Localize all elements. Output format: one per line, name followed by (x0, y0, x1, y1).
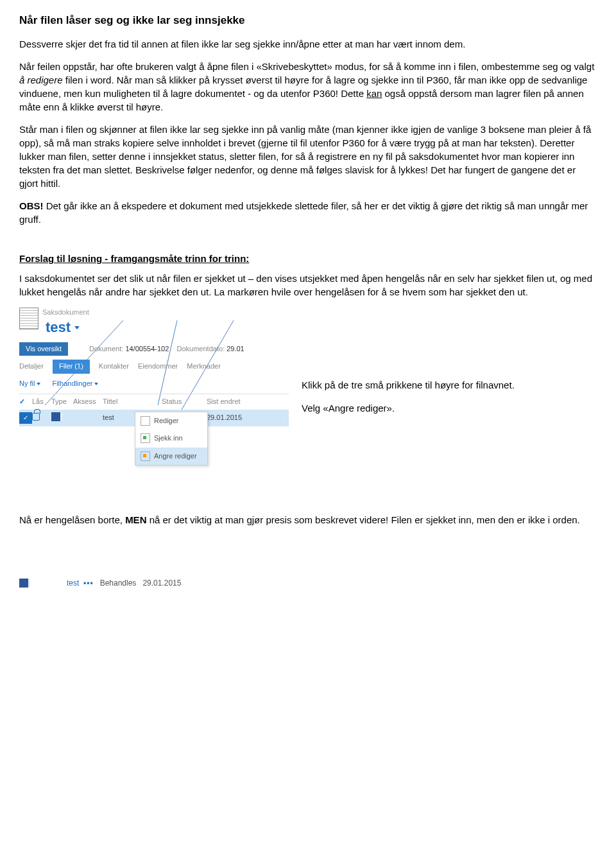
text: å redigere (19, 74, 63, 85)
text: Det går ikke an å ekspedere et dokument … (19, 200, 588, 225)
annotation: Klikk på de tre små prikkene til høyre f… (302, 378, 597, 392)
text: : (246, 253, 249, 264)
doc-title-dropdown[interactable]: test (42, 317, 83, 338)
meta-value: 29.01 (227, 345, 244, 353)
meta-label: Dokumentdato: (177, 345, 225, 353)
paragraph: Dessverre skjer det fra tid til annen at… (19, 37, 597, 51)
chevron-down-icon (74, 326, 80, 329)
paragraph: OBS! Det går ikke an å ekspedere et doku… (19, 199, 597, 226)
undo-edit-icon (141, 451, 150, 461)
paragraph: I saksdokumentet ser det slik ut når fil… (19, 272, 597, 299)
tab-filer[interactable]: Filer (1) (53, 360, 90, 373)
col-check: ✓ (19, 397, 32, 406)
edit-icon (141, 416, 150, 426)
text: Når feilen oppstår, har ofte brukeren va… (19, 61, 594, 72)
file-title: test (67, 579, 79, 588)
text: MEN (125, 514, 146, 525)
paragraph: Nå er hengelåsen borte, MEN nå er det vi… (19, 513, 597, 527)
paragraph: Står man i filen og skjønner at filen ik… (19, 123, 597, 190)
section-heading: Forslag til løsning - framgangsmåte trin… (19, 252, 597, 265)
tab-eiendommer[interactable]: Eiendommer (138, 362, 178, 371)
text: Forslag til løsning - (19, 253, 111, 264)
menu-label: Angre rediger (154, 451, 197, 461)
lock-open-icon (32, 413, 40, 421)
tab-detaljer[interactable]: Detaljer (19, 362, 44, 371)
row-checkbox[interactable]: ✓ (19, 412, 32, 424)
context-menu: Rediger Sjekk inn Angre rediger (135, 412, 208, 466)
text: nå er det viktig at man gjør presis som … (146, 514, 579, 525)
app-screenshot: Saksdokument test Vis oversikt Dokument:… (19, 308, 289, 426)
status-text: Behandles (100, 579, 137, 588)
word-icon (51, 412, 60, 421)
doc-title-text: test (46, 318, 71, 338)
col-aksess: Aksess (73, 397, 103, 406)
bottom-row-screenshot: test ••• Behandles 29.01.2015 (19, 578, 597, 589)
text: OBS! (19, 200, 44, 211)
row-actions-button[interactable]: ••• (83, 579, 94, 588)
text: kan (366, 88, 382, 99)
word-icon (19, 579, 28, 588)
filhandlinger-label: Filhandlinger (52, 379, 92, 387)
meta-label: Dokument: (89, 345, 123, 353)
chevron-down-icon (37, 383, 40, 385)
menu-label: Rediger (154, 416, 179, 426)
text: framgangsmåte trinn for trinn (111, 253, 246, 264)
meta-value: 14/00554-102 (125, 345, 169, 353)
nyfil-label: Ny fil (19, 379, 35, 387)
date-text: 29.01.2015 (142, 579, 181, 588)
checkin-icon (141, 433, 150, 443)
menu-angre-rediger[interactable]: Angre rediger (135, 448, 207, 465)
page-title: Når filen låser seg og ikke lar seg inns… (19, 13, 597, 28)
type-cell (51, 412, 73, 424)
tab-merknader[interactable]: Merknader (187, 362, 221, 371)
col-laas: Lås (32, 397, 51, 406)
col-sistendret: Sist endret (207, 397, 252, 406)
lock-cell (32, 413, 51, 423)
annotation: Velg «Angre rediger». (302, 401, 597, 415)
text: Nå er hengelåsen borte, (19, 514, 125, 525)
chevron-down-icon (94, 383, 98, 385)
col-status: Status (162, 397, 207, 406)
menu-label: Sjekk inn (154, 433, 183, 443)
doc-type-label: Saksdokument (42, 308, 89, 317)
vis-oversikt-button[interactable]: Vis oversikt (19, 342, 68, 356)
tab-bar: Detaljer Filer (1) Kontakter Eiendommer … (19, 360, 289, 373)
sistendret-cell: 29.01.2015 (207, 413, 252, 423)
meta-info: Dokument: 14/00554-102 Dokumentdato: 29.… (89, 344, 244, 354)
col-tittel: Tittel (103, 397, 141, 406)
menu-sjekkinn[interactable]: Sjekk inn (135, 430, 207, 447)
menu-rediger[interactable]: Rediger (135, 412, 207, 430)
table-header: ✓ Lås Type Aksess Tittel Status Sist end… (19, 394, 289, 409)
paragraph: Når feilen oppstår, har ofte brukeren va… (19, 60, 597, 114)
filhandlinger-dropdown[interactable]: Filhandlinger (52, 379, 98, 388)
col-type: Type (51, 397, 73, 406)
document-icon (19, 308, 38, 329)
action-bar: Ny fil Filhandlinger (19, 379, 289, 388)
nyfil-dropdown[interactable]: Ny fil (19, 379, 40, 388)
tab-kontakter[interactable]: Kontakter (99, 362, 129, 371)
